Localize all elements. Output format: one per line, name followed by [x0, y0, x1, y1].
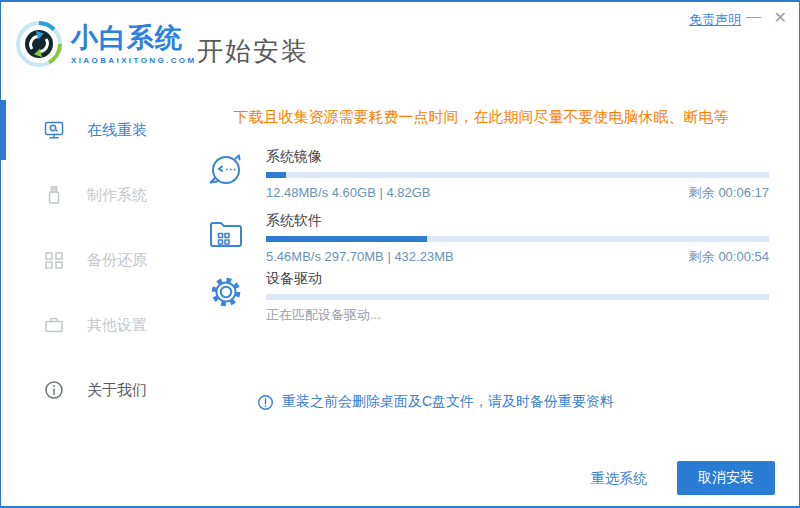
minimize-button[interactable]: —: [746, 6, 761, 26]
task-remaining-time: 剩余 00:06:17: [689, 185, 769, 201]
sidebar-item-label: 备份还原: [87, 251, 147, 270]
task-name: 系统软件: [266, 212, 769, 228]
progress-bar: [266, 236, 769, 242]
progress-fill: [266, 236, 427, 242]
progress-bar: [266, 294, 769, 300]
gear-icon: [204, 270, 248, 314]
info-circle-icon: [43, 379, 65, 401]
disclaimer-link[interactable]: 免责声明: [689, 11, 741, 29]
sidebar-item-label: 在线重装: [87, 121, 147, 140]
cancel-install-button[interactable]: 取消安装: [677, 461, 775, 495]
sidebar-item-other-settings[interactable]: 其他设置: [1, 293, 191, 357]
app-logo-subtitle: XIAOBAIXITONG.COM: [71, 57, 197, 65]
task-remaining-time: 剩余 00:00:54: [689, 249, 769, 265]
sidebar-item-label: 制作系统: [87, 186, 147, 205]
task-system-software: 系统软件 5.46MB/s 297.70MB | 432.23MB 剩余 00:…: [204, 212, 769, 265]
task-name: 设备驱动: [266, 270, 769, 286]
download-warning-text: 下载且收集资源需要耗费一点时间，在此期间尽量不要使电脑休眠、断电等: [191, 108, 771, 127]
sidebar-item-online-reinstall[interactable]: 在线重装: [1, 98, 191, 162]
usb-icon: [43, 184, 65, 206]
sidebar-item-backup-restore[interactable]: 备份还原: [1, 228, 191, 292]
progress-bar: [266, 172, 769, 178]
grid-squares-icon: [43, 249, 65, 271]
task-stats: 5.46MB/s 297.70MB | 432.23MB: [266, 249, 454, 265]
close-button[interactable]: ✕: [774, 8, 787, 28]
briefcase-icon: [43, 314, 65, 336]
task-status: 正在匹配设备驱动...: [266, 307, 381, 323]
face-icon: [204, 148, 248, 192]
page-title: 开始安装: [197, 34, 309, 69]
app-logo-title: 小白系统: [71, 25, 197, 52]
reselect-system-link[interactable]: 重选系统: [591, 470, 647, 488]
sidebar-item-make-system[interactable]: 制作系统: [1, 163, 191, 227]
task-system-image: 系统镜像 12.48MB/s 4.60GB | 4.82GB 剩余 00:06:…: [204, 148, 769, 201]
progress-fill: [266, 172, 286, 178]
app-logo: 小白系统 XIAOBAIXITONG.COM: [71, 25, 197, 65]
sidebar-item-about-us[interactable]: 关于我们: [1, 358, 191, 422]
task-device-driver: 设备驱动 正在匹配设备驱动...: [204, 270, 769, 323]
task-stats: 12.48MB/s 4.60GB | 4.82GB: [266, 185, 431, 201]
folder-grid-icon: [204, 212, 248, 256]
app-logo-icon: [15, 20, 63, 68]
monitor-icon: [43, 119, 65, 141]
exclamation-circle-icon: [257, 394, 274, 411]
app-window: 小白系统 XIAOBAIXITONG.COM 开始安装 免责声明 — ✕ 在线重…: [0, 0, 800, 508]
task-name: 系统镜像: [266, 148, 769, 164]
backup-note-text: 重装之前会删除桌面及C盘文件，请及时备份重要资料: [282, 393, 614, 411]
backup-note: 重装之前会删除桌面及C盘文件，请及时备份重要资料: [257, 393, 614, 411]
sidebar-item-label: 其他设置: [87, 316, 147, 335]
sidebar-item-label: 关于我们: [87, 381, 147, 400]
